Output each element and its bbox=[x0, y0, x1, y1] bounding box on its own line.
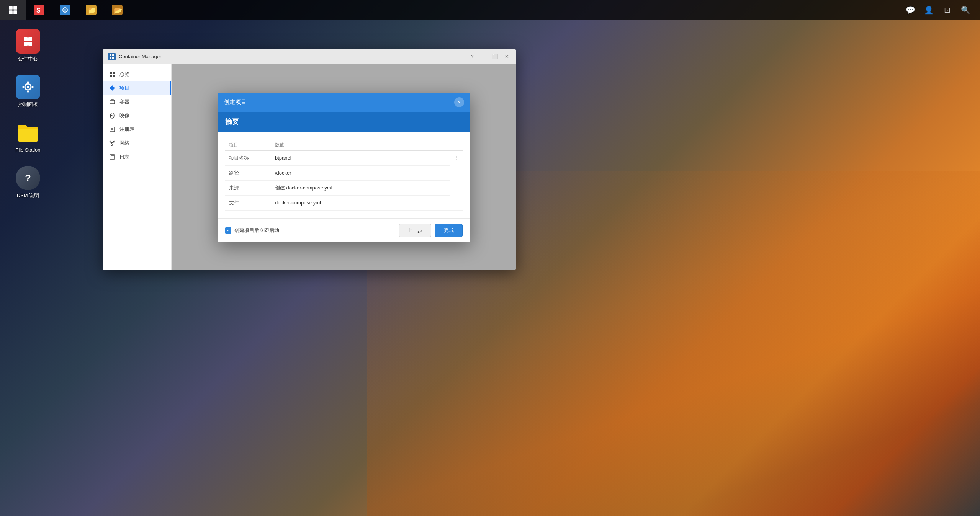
row-value-0: btpanel bbox=[271, 150, 450, 165]
image-icon bbox=[109, 112, 116, 119]
package-center-label: 套件中心 bbox=[18, 56, 38, 62]
svg-text:?: ? bbox=[25, 172, 31, 184]
sidebar-item-image[interactable]: 映像 bbox=[103, 109, 171, 122]
col-header-item: 项目 bbox=[225, 139, 271, 151]
sidebar-label-container: 容器 bbox=[119, 98, 129, 105]
dialog-topbar: 创建项目 × bbox=[218, 93, 470, 112]
table-row: 文件 docker-compose.yml bbox=[225, 195, 463, 210]
row-label-3: 文件 bbox=[225, 195, 271, 210]
more-actions-icon[interactable]: ⋮ bbox=[450, 150, 463, 210]
svg-rect-32 bbox=[110, 100, 115, 104]
sidebar-label-log: 日志 bbox=[119, 153, 129, 160]
store-icon: S bbox=[34, 5, 44, 15]
taskbar-app-folder1[interactable]: 📁 bbox=[78, 0, 104, 20]
grid-menu-icon bbox=[8, 5, 18, 15]
back-button[interactable]: 上一步 bbox=[399, 224, 431, 237]
sidebar-label-registry: 注册表 bbox=[119, 126, 134, 133]
row-label-0: 项目名称 bbox=[225, 150, 271, 165]
close-button[interactable]: ✕ bbox=[502, 52, 511, 61]
dsm-help-icon: ? bbox=[16, 166, 40, 190]
window-titlebar: Container Manager ? — ⬜ ✕ bbox=[103, 49, 516, 64]
table-row: 来源 创建 docker-compose.yml bbox=[225, 180, 463, 195]
control-panel-icon bbox=[16, 75, 40, 99]
control-panel-label: 控制面板 bbox=[18, 101, 38, 108]
sidebar-label-image: 映像 bbox=[119, 112, 129, 119]
taskbar-apps: S 📁 📂 bbox=[0, 0, 130, 20]
sidebar-item-container[interactable]: 容器 bbox=[103, 95, 171, 109]
app-window: Container Manager ? — ⬜ ✕ 总览 bbox=[103, 49, 516, 270]
create-project-dialog: 创建项目 × 摘要 项目 bbox=[218, 93, 470, 242]
svg-rect-26 bbox=[110, 57, 111, 59]
taskbar-user-icon[interactable]: 👤 bbox=[920, 2, 937, 18]
taskbar-app-synology-store[interactable]: S bbox=[26, 0, 52, 20]
svg-point-18 bbox=[27, 86, 29, 88]
col-header-actions bbox=[450, 139, 463, 151]
row-value-1: /docker bbox=[271, 165, 450, 180]
maximize-button[interactable]: ⬜ bbox=[491, 52, 499, 61]
desktop-icon-dsm-help[interactable]: ? DSM 说明 bbox=[11, 163, 45, 201]
sidebar-item-network[interactable]: 网络 bbox=[103, 136, 171, 150]
minimize-button[interactable]: — bbox=[479, 52, 488, 61]
col-header-value: 数值 bbox=[271, 139, 450, 151]
taskbar-search-icon[interactable]: 🔍 bbox=[957, 2, 974, 18]
sidebar-item-project[interactable]: 项目 bbox=[103, 81, 171, 95]
taskbar-chat-icon[interactable]: 💬 bbox=[902, 2, 919, 18]
svg-rect-13 bbox=[24, 37, 28, 41]
dialog-actions: 上一步 完成 bbox=[399, 224, 463, 237]
window-controls: ? — ⬜ ✕ bbox=[468, 52, 511, 61]
svg-point-8 bbox=[64, 9, 66, 11]
svg-rect-2 bbox=[9, 10, 13, 14]
table-row: 路径 /docker bbox=[225, 165, 463, 180]
sidebar-item-registry[interactable]: 注册表 bbox=[103, 122, 171, 136]
finish-button[interactable]: 完成 bbox=[435, 224, 463, 237]
desktop-icon-control-panel[interactable]: 控制面板 bbox=[11, 72, 45, 110]
sidebar-label-network: 网络 bbox=[119, 140, 129, 147]
svg-rect-27 bbox=[112, 57, 114, 59]
window-title: Container Manager bbox=[119, 54, 468, 59]
svg-rect-30 bbox=[110, 75, 112, 77]
registry-icon bbox=[109, 126, 116, 133]
taskbar: S 📁 📂 💬 👤 ⊡ 🔍 bbox=[0, 0, 980, 20]
dialog-close-button[interactable]: × bbox=[454, 97, 464, 107]
file-station-icon bbox=[16, 120, 40, 145]
dsm-help-label: DSM 说明 bbox=[17, 193, 39, 199]
row-label-2: 来源 bbox=[225, 180, 271, 195]
desktop-icon-package-center[interactable]: 套件中心 bbox=[11, 27, 45, 65]
taskbar-app-grid[interactable] bbox=[0, 0, 26, 20]
svg-rect-16 bbox=[28, 42, 32, 46]
desktop-icons-area: 套件中心 控制面板 File Station ? bbox=[11, 27, 45, 201]
dialog-header-title: 摘要 bbox=[225, 118, 239, 126]
row-label-1: 路径 bbox=[225, 165, 271, 180]
project-icon bbox=[109, 85, 116, 91]
taskbar-app-container[interactable] bbox=[52, 0, 78, 20]
svg-rect-29 bbox=[113, 72, 115, 74]
sidebar-item-log[interactable]: 日志 bbox=[103, 150, 171, 164]
folder2-icon: 📂 bbox=[112, 5, 123, 15]
help-button[interactable]: ? bbox=[468, 52, 476, 61]
svg-rect-14 bbox=[28, 37, 32, 41]
taskbar-right-icons: 💬 👤 ⊡ 🔍 bbox=[902, 2, 980, 18]
svg-point-37 bbox=[112, 145, 113, 146]
auto-start-label: 创建项目后立即启动 bbox=[234, 227, 279, 234]
window-body: 总览 项目 容器 bbox=[103, 64, 516, 270]
app-icon bbox=[108, 53, 116, 60]
dialog-topbar-title: 创建项目 bbox=[224, 98, 247, 106]
row-value-2: 创建 docker-compose.yml bbox=[271, 180, 450, 195]
summary-table: 项目 数值 项目名称 btpanel ⋮ bbox=[225, 139, 463, 211]
sidebar-item-overview[interactable]: 总览 bbox=[103, 67, 171, 81]
table-row: 项目名称 btpanel ⋮ bbox=[225, 150, 463, 165]
desktop-icon-file-station[interactable]: File Station bbox=[11, 118, 45, 156]
svg-text:S: S bbox=[36, 7, 41, 14]
svg-text:📁: 📁 bbox=[88, 6, 97, 15]
sidebar-label-overview: 总览 bbox=[119, 71, 129, 78]
package-center-icon bbox=[16, 29, 40, 54]
svg-rect-19 bbox=[27, 81, 29, 83]
svg-rect-21 bbox=[22, 86, 25, 88]
checkbox-checked-icon: ✓ bbox=[225, 227, 231, 234]
taskbar-app-folder2[interactable]: 📂 bbox=[104, 0, 130, 20]
log-icon bbox=[109, 153, 116, 160]
taskbar-windows-icon[interactable]: ⊡ bbox=[939, 2, 955, 18]
auto-start-checkbox[interactable]: ✓ 创建项目后立即启动 bbox=[225, 227, 279, 234]
svg-rect-20 bbox=[27, 90, 29, 93]
dialog-footer: ✓ 创建项目后立即启动 上一步 完成 bbox=[218, 218, 470, 242]
